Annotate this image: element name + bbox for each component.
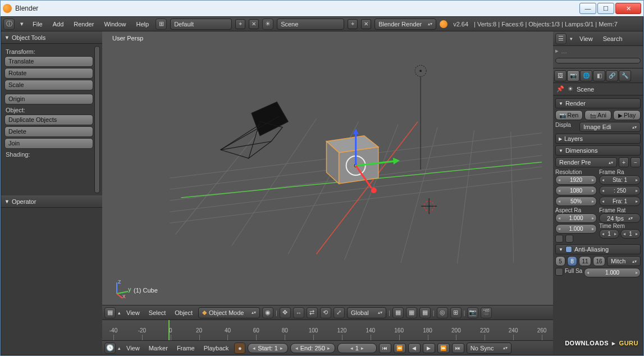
aa-filter-field[interactable]: Mitch▴▾ — [607, 256, 641, 266]
snap-type-icon[interactable]: ⊞ — [450, 307, 462, 318]
render-preview-icon[interactable]: 📷 — [467, 307, 478, 318]
full-sample-checkbox[interactable] — [555, 268, 563, 276]
menu-file[interactable]: File — [29, 20, 46, 29]
current-frame-field[interactable]: ◂1▸ — [337, 343, 377, 353]
manipulator-toggle-icon[interactable]: ↔ — [293, 307, 304, 318]
timeline-menu-marker[interactable]: Marker — [145, 344, 171, 353]
properties-body[interactable]: ▼Render 📷Ren 🎬Ani ▶Play Displa Image Edi… — [553, 95, 643, 355]
aa-5-button[interactable]: 5 — [555, 256, 565, 266]
menu-add[interactable]: Add — [49, 20, 67, 29]
aa-enable-checkbox[interactable] — [565, 246, 572, 253]
view3d-menu-object[interactable]: Object — [171, 308, 196, 317]
screen-browse-icon[interactable]: ⊞ — [156, 19, 167, 30]
tool-shelf-scroll[interactable]: Transform: Translate Rotate Scale Origin… — [1, 44, 102, 195]
preset-add-button[interactable]: + — [619, 157, 629, 167]
manipulator-scale-icon[interactable]: ⤢ — [334, 307, 345, 318]
aa-panel-header[interactable]: ▼Anti-Aliasing — [555, 244, 641, 254]
layers-1-icon[interactable]: ▦ — [392, 307, 404, 318]
screen-add-button[interactable]: + — [235, 19, 245, 29]
border-checkbox[interactable] — [555, 235, 563, 243]
translate-button[interactable]: Translate — [4, 56, 93, 67]
maximize-button[interactable]: ☐ — [597, 3, 614, 14]
sync-mode-field[interactable]: No Sync▴▾ — [467, 343, 511, 354]
fps-field[interactable]: 24 fps▴▾ — [599, 213, 641, 223]
crumb-scene[interactable]: Scene — [577, 86, 594, 93]
editor-type-outliner-icon[interactable]: ☰ — [555, 33, 567, 44]
timeline-menu-frame[interactable]: Frame — [173, 344, 198, 353]
layers-panel-header[interactable]: ▶Layers — [555, 134, 641, 144]
layers-2-icon[interactable]: ▦ — [406, 307, 417, 318]
aspect-x-field[interactable]: 1.000 — [555, 213, 597, 223]
minimize-button[interactable]: — — [579, 3, 596, 14]
crop-checkbox[interactable] — [565, 235, 573, 243]
scene-add-button[interactable]: + — [348, 19, 358, 29]
tab-world-icon[interactable]: 🌐 — [580, 70, 592, 81]
aspect-y-field[interactable]: 1.000 — [555, 224, 597, 234]
timeline-menu-playback[interactable]: Playback — [200, 344, 232, 353]
outliner-menu-search[interactable]: Search — [600, 34, 626, 43]
res-y-field[interactable]: 1080 — [555, 186, 597, 195]
aa-16-button[interactable]: 16 — [593, 256, 605, 266]
render-image-button[interactable]: 📷Ren — [555, 110, 583, 120]
layers-3-icon[interactable]: ▦ — [419, 307, 431, 318]
pivot-icon[interactable]: ✥ — [280, 307, 291, 318]
collapse-menus-icon[interactable]: ▾ — [18, 19, 26, 30]
snap-icon[interactable]: ◎ — [437, 307, 448, 318]
window-titlebar[interactable]: Blender — ☐ ✕ — [1, 1, 643, 16]
aa-11-button[interactable]: 11 — [579, 256, 591, 266]
editor-type-info-icon[interactable]: ⓘ — [3, 19, 15, 30]
manipulator-translate-icon[interactable]: ⇄ — [307, 307, 318, 318]
menu-help[interactable]: Help — [133, 20, 153, 29]
res-percent-field[interactable]: 50% — [555, 197, 597, 206]
auto-keyframe-icon[interactable]: ● — [234, 343, 245, 354]
pin-icon[interactable]: 📌 — [556, 85, 564, 93]
orientation-field[interactable]: Global▴▾ — [347, 307, 386, 318]
frame-step-field[interactable]: Fra: 1 — [599, 197, 641, 206]
tab-scene-icon[interactable]: 📷 — [567, 70, 579, 81]
view3d-menu-select[interactable]: Select — [145, 308, 170, 317]
view3d-menu-view[interactable]: View — [123, 308, 143, 317]
outliner-menu-view[interactable]: View — [576, 34, 596, 43]
aa-8-button[interactable]: 8 — [567, 256, 577, 266]
scene-browse-icon[interactable]: ☀ — [262, 19, 273, 30]
frame-start-field[interactable]: Sta: 1 — [599, 175, 641, 185]
editor-type-3dview-icon[interactable]: ▦ — [104, 307, 116, 318]
jump-end-button[interactable]: ⏭ — [452, 343, 464, 353]
render-panel-header[interactable]: ▼Render — [555, 98, 641, 108]
timeline-track[interactable]: -40-200204060801001201401601802002202402… — [102, 320, 553, 340]
res-x-field[interactable]: 1920 — [555, 175, 597, 185]
outliner-tree[interactable]: ▸… — [553, 46, 643, 69]
play-button[interactable]: ▶ — [423, 343, 435, 353]
object-tools-header[interactable]: ▼Object Tools — [1, 31, 102, 44]
operator-header[interactable]: ▼Operator — [1, 195, 102, 208]
origin-button[interactable]: Origin — [4, 94, 93, 104]
menu-render[interactable]: Render — [70, 20, 97, 29]
timeremap-new-field[interactable]: 1 — [620, 229, 641, 239]
start-frame-field[interactable]: ◂Start: 1▸ — [248, 343, 287, 353]
display-type-field[interactable]: Image Edi▴▾ — [579, 122, 641, 132]
editor-type-timeline-icon[interactable]: 🕓 — [104, 343, 116, 354]
tab-modifiers-icon[interactable]: 🔧 — [619, 70, 631, 81]
join-button[interactable]: Join — [4, 138, 93, 149]
scene-delete-button[interactable]: ✕ — [361, 19, 371, 29]
render-anim-icon[interactable]: 🎬 — [481, 307, 492, 318]
next-keyframe-button[interactable]: ⏩ — [437, 343, 450, 353]
jump-start-button[interactable]: ⏮ — [379, 343, 391, 353]
duplicate-button[interactable]: Duplicate Objects — [4, 115, 93, 125]
render-engine-field[interactable]: Blender Render ▴▾ — [374, 19, 436, 30]
render-anim-button[interactable]: 🎬Ani — [584, 110, 612, 120]
dimensions-panel-header[interactable]: ▼Dimensions — [555, 145, 641, 156]
close-button[interactable]: ✕ — [615, 3, 641, 14]
render-preset-field[interactable]: Render Pre▴▾ — [555, 157, 617, 167]
3d-viewport[interactable]: User Persp — [102, 31, 553, 305]
screen-delete-button[interactable]: ✕ — [249, 19, 259, 29]
screen-layout-field[interactable]: Default — [170, 19, 232, 30]
aa-size-field[interactable]: 1.000 — [584, 268, 641, 277]
outliner-scrollbar[interactable] — [555, 58, 641, 63]
timeline-menu-view[interactable]: View — [123, 344, 143, 353]
tab-constraints-icon[interactable]: 🔗 — [606, 70, 618, 81]
frame-end-field[interactable]: : 250 — [599, 186, 641, 195]
scene-field[interactable]: Scene — [277, 19, 344, 30]
delete-button[interactable]: Delete — [4, 126, 93, 137]
preset-remove-button[interactable]: − — [631, 157, 641, 167]
